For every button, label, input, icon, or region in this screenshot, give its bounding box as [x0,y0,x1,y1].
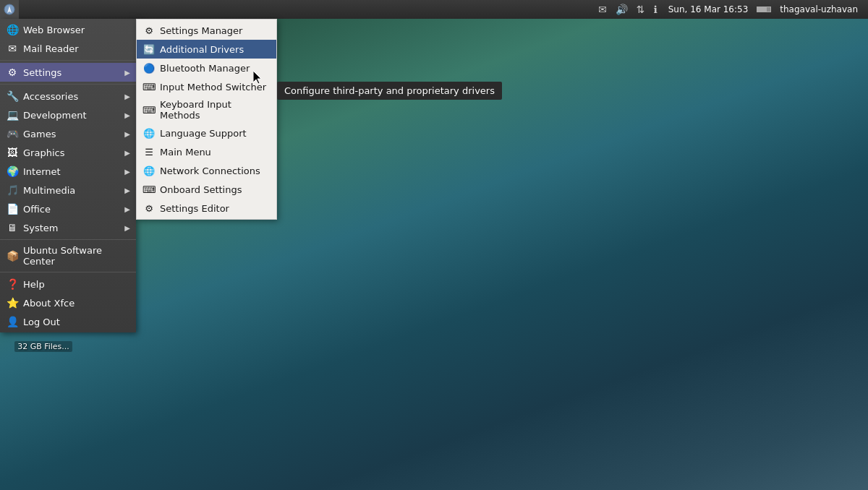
taskbar-right: ✉ 🔊 ⇅ ℹ Sun, 16 Mar 16:53 thagaval-uzhav… [596,4,868,15]
submenu-keyboard-input-methods-label: Keyboard Input Methods [160,99,271,121]
about-xfce-icon: ⭐ [6,296,19,309]
accessories-arrow-icon: ▶ [124,93,130,100]
menu-item-ubuntu-software[interactable]: 📦 Ubuntu Software Center [0,242,136,270]
info-icon: ℹ [651,4,659,15]
menu-item-logout-label: Log Out [23,317,60,327]
bluetooth-manager-icon: 🔵 [142,61,156,74]
help-icon: ❓ [6,278,19,291]
email-tray-icon: ✉ [596,4,609,15]
menu-item-mail-reader[interactable]: ✉ Mail Reader [0,39,136,58]
system-icon: 🖥 [6,221,19,234]
multimedia-arrow-icon: ▶ [124,186,130,194]
menu-item-system[interactable]: 🖥 System ▶ [0,218,136,237]
settings-manager-icon: ⚙ [142,24,156,37]
tooltip: Configure third-party and proprietary dr… [277,82,502,100]
menu-item-mail-reader-label: Mail Reader [23,43,79,54]
menu-item-office-label: Office [23,204,51,215]
settings-editor-icon: ⚙ [142,202,156,215]
menu-item-multimedia-label: Multimedia [23,185,75,196]
network-icon[interactable]: ⇅ [634,4,647,15]
settings-icon: ⚙ [6,66,19,79]
separator-4 [0,272,136,272]
datetime-display: Sun, 16 Mar 16:53 [664,4,753,14]
menu-item-logout[interactable]: 👤 Log Out [0,312,136,331]
tooltip-text: Configure third-party and proprietary dr… [284,85,495,96]
menu-item-games-label: Games [23,129,56,139]
office-icon: 📄 [6,202,19,215]
submenu-network-connections-label: Network Connections [160,166,260,176]
logout-icon: 👤 [6,315,19,328]
submenu-onboard-settings[interactable]: ⌨ Onboard Settings [137,180,276,199]
submenu-main-menu-label: Main Menu [160,147,211,158]
menu-item-graphics[interactable]: 🖼 Graphics ▶ [0,143,136,162]
submenu-network-connections[interactable]: 🌐 Network Connections [137,161,276,180]
menu-item-web-browser[interactable]: 🌐 Web Browser [0,20,136,39]
games-arrow-icon: ▶ [124,130,130,138]
menu-item-graphics-label: Graphics [23,147,64,158]
username-display: thagaval-uzhavan [775,4,862,14]
menu-item-development-label: Development [23,110,87,121]
drive-32gb-label: 32 GB Files... [14,341,72,352]
battery-indicator [757,7,771,12]
separator-2 [0,84,136,85]
web-browser-icon: 🌐 [6,23,19,36]
internet-icon: 🌍 [6,165,19,178]
submenu-bluetooth-manager[interactable]: 🔵 Bluetooth Manager [137,59,276,77]
submenu-input-method-switcher-label: Input Method Switcher [160,82,266,93]
submenu-language-support[interactable]: 🌐 Language Support [137,124,276,142]
office-arrow-icon: ▶ [124,205,130,213]
menu-item-ubuntu-software-label: Ubuntu Software Center [23,245,130,267]
menu-item-multimedia[interactable]: 🎵 Multimedia ▶ [0,181,136,199]
onboard-settings-icon: ⌨ [142,183,156,196]
input-method-switcher-icon: ⌨ [142,80,156,93]
app-menu-button[interactable] [0,0,19,19]
menu-item-help-label: Help [23,279,45,290]
submenu-additional-drivers[interactable]: 🔄 Additional Drivers [137,40,276,59]
menu-item-help[interactable]: ❓ Help [0,275,136,293]
language-support-icon: 🌐 [142,126,156,139]
graphics-arrow-icon: ▶ [124,149,130,157]
keyboard-input-methods-icon: ⌨ [142,103,156,116]
desktop: ✉ 🔊 ⇅ ℹ Sun, 16 Mar 16:53 thagaval-uzhav… [0,0,868,490]
taskbar-left [0,0,596,19]
taskbar: ✉ 🔊 ⇅ ℹ Sun, 16 Mar 16:53 thagaval-uzhav… [0,0,868,19]
menu-item-internet-label: Internet [23,166,61,177]
menu-item-settings[interactable]: ⚙ Settings ▶ [0,63,136,82]
submenu-additional-drivers-label: Additional Drivers [160,44,244,55]
submenu-settings-manager[interactable]: ⚙ Settings Manager [137,21,276,40]
development-arrow-icon: ▶ [124,111,130,119]
accessories-icon: 🔧 [6,90,19,103]
mail-reader-icon: ✉ [6,42,19,55]
system-arrow-icon: ▶ [124,224,130,232]
volume-icon[interactable]: 🔊 [613,4,630,15]
graphics-icon: 🖼 [6,146,19,159]
network-connections-icon: 🌐 [142,164,156,177]
games-icon: 🎮 [6,127,19,140]
menu-item-system-label: System [23,223,58,233]
main-menu-icon: ☰ [142,145,156,158]
submenu-main-menu[interactable]: ☰ Main Menu [137,142,276,161]
separator-1 [0,60,136,61]
submenu-settings-editor-label: Settings Editor [160,203,229,214]
menu-item-accessories-label: Accessories [23,91,78,102]
submenu-settings-editor[interactable]: ⚙ Settings Editor [137,199,276,218]
submenu-keyboard-input-methods[interactable]: ⌨ Keyboard Input Methods [137,96,276,124]
submenu-language-support-label: Language Support [160,128,247,139]
menu-item-development[interactable]: 💻 Development ▶ [0,106,136,124]
internet-arrow-icon: ▶ [124,168,130,176]
separator-3 [0,239,136,240]
ubuntu-software-icon: 📦 [6,249,19,262]
menu-item-accessories[interactable]: 🔧 Accessories ▶ [0,87,136,106]
menu-item-settings-label: Settings [23,67,61,78]
submenu-input-method-switcher[interactable]: ⌨ Input Method Switcher [137,77,276,96]
settings-submenu: ⚙ Settings Manager 🔄 Additional Drivers … [136,19,277,220]
menu-item-about-xfce[interactable]: ⭐ About Xfce [0,293,136,312]
menu-item-about-xfce-label: About Xfce [23,298,75,309]
menu-item-office[interactable]: 📄 Office ▶ [0,199,136,218]
menu-item-internet[interactable]: 🌍 Internet ▶ [0,162,136,181]
submenu-bluetooth-manager-label: Bluetooth Manager [160,63,250,74]
additional-drivers-icon: 🔄 [142,43,156,56]
menu-item-web-browser-label: Web Browser [23,25,85,35]
menu-item-games[interactable]: 🎮 Games ▶ [0,124,136,143]
settings-arrow-icon: ▶ [124,69,130,77]
